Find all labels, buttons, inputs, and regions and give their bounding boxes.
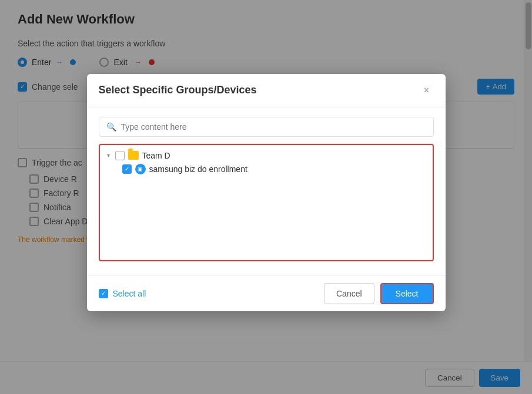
modal-header: Select Specific Groups/Devices ×: [87, 73, 446, 107]
modal-select-label: Select: [396, 288, 419, 298]
select-all-check-icon: ✓: [101, 290, 106, 297]
modal-cancel-label: Cancel: [336, 288, 362, 298]
modal-footer: ✓ Select all Cancel Select: [87, 275, 446, 311]
search-box: 🔍: [99, 116, 434, 136]
item-name: samsung biz do enrollment: [149, 164, 247, 173]
tree-area: ▾ Team D ✓ ▣ samsung biz do enrollment: [99, 143, 434, 261]
modal-dialog: Select Specific Groups/Devices × 🔍 ▾ Tea…: [87, 73, 446, 311]
select-all-area: ✓ Select all: [99, 288, 146, 298]
modal-title: Select Specific Groups/Devices: [99, 84, 257, 96]
group-checkbox[interactable]: [115, 150, 125, 160]
chevron-down-icon[interactable]: ▾: [106, 152, 112, 158]
search-input[interactable]: [121, 122, 426, 131]
close-icon: ×: [424, 85, 429, 95]
device-icon: ▣: [135, 163, 146, 174]
select-all-label: Select all: [113, 288, 146, 298]
tree-group: ▾ Team D ✓ ▣ samsung biz do enrollment: [106, 150, 427, 174]
footer-buttons: Cancel Select: [324, 282, 434, 304]
modal-body: 🔍 ▾ Team D ✓ ▣ samsung biz: [87, 107, 446, 275]
group-name: Team D: [142, 150, 170, 160]
tree-group-header: ▾ Team D: [106, 150, 427, 160]
tree-empty-space: [106, 176, 427, 223]
device-symbol: ▣: [138, 166, 143, 171]
modal-close-button[interactable]: ×: [420, 83, 434, 97]
select-all-checkbox[interactable]: ✓: [99, 288, 108, 298]
modal-select-button[interactable]: Select: [380, 282, 434, 304]
folder-icon: [128, 151, 139, 160]
item-checkbox[interactable]: ✓: [122, 164, 132, 173]
item-check-icon: ✓: [125, 166, 129, 172]
search-icon: 🔍: [106, 122, 116, 131]
tree-item: ✓ ▣ samsung biz do enrollment: [106, 163, 427, 174]
modal-cancel-button[interactable]: Cancel: [324, 282, 374, 304]
